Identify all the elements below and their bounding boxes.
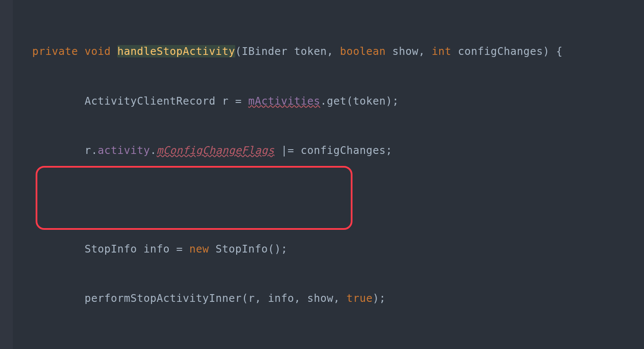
code-text: (IBinder token, [235,45,340,57]
code-line: ActivityClientRecord r = mActivities.get… [32,95,644,108]
code-text: configChanges) { [451,45,562,57]
field-ref: activity [98,144,150,156]
blank-line [32,342,644,349]
keyword-private: private [32,45,78,57]
code-line: performStopActivityInner(r, info, show, … [32,292,644,305]
keyword-void: void [85,45,111,57]
code-text: StopInfo(); [209,243,288,255]
field-error: mConfigChangeFlags [157,144,275,156]
code-line: r.activity.mConfigChangeFlags |= configC… [32,144,644,157]
code-text: r. [32,144,98,156]
method-declaration: handleStopActivity [117,45,235,57]
keyword-boolean: boolean [340,45,386,57]
code-text: show, [386,45,432,57]
code-text: StopInfo info = [32,243,189,255]
code-text: performStopActivityInner(r, info, show, [32,292,346,304]
code-line: StopInfo info = new StopInfo(); [32,243,644,256]
code-text: .get(token); [320,95,399,107]
keyword-true: true [346,292,373,304]
code-text: ActivityClientRecord r = [32,95,248,107]
keyword-new: new [189,243,209,255]
keyword-int: int [431,45,451,57]
code-line: private void handleStopActivity(IBinder … [32,45,644,58]
field-ref: mActivities [248,95,320,107]
code-text: ); [373,292,386,304]
blank-line [32,194,644,206]
code-text: |= configChanges; [274,144,392,156]
code-editor[interactable]: private void handleStopActivity(IBinder … [0,0,644,349]
